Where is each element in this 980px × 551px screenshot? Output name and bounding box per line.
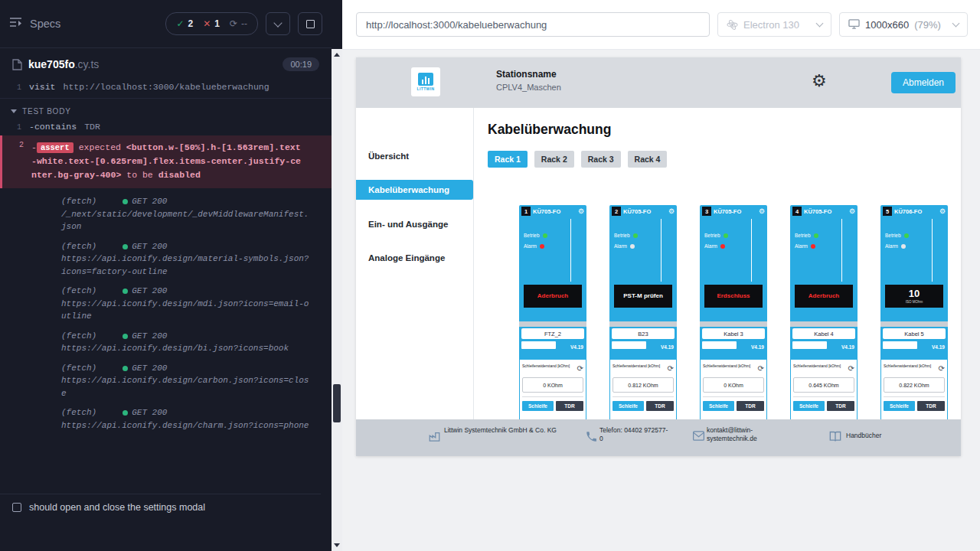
footer-manuals-link[interactable]: Handbücher <box>846 432 881 440</box>
status-display: Aderbruch <box>524 285 582 308</box>
betrieb-row: Betrieb <box>704 233 728 238</box>
schleife-button[interactable]: Schleife <box>703 401 734 411</box>
test-stats: ✓2 ✕1 ⟳-- <box>165 12 258 35</box>
status-dot <box>122 334 128 339</box>
resistance-value: 0.822 KOhm <box>884 377 945 393</box>
specs-list-icon[interactable] <box>9 17 22 31</box>
sidebar-item-analoge-eingaenge[interactable]: Analoge Eingänge <box>356 248 473 268</box>
status-dot <box>122 366 128 371</box>
device-card-4: 4KÜ705-FO⚙ Betrieb Alarm Aderbruch Kabel… <box>790 205 858 435</box>
schleife-button[interactable]: Schleife <box>793 401 825 411</box>
card-gear-icon[interactable]: ⚙ <box>578 208 584 215</box>
assert-badge: assert <box>37 142 74 153</box>
card-gear-icon[interactable]: ⚙ <box>939 208 946 215</box>
stat-pending: ⟳-- <box>230 18 247 29</box>
status-dot <box>122 199 128 204</box>
divider <box>612 396 674 397</box>
footer-company: Littwin Systemtechnik GmbH & Co. KG <box>444 426 580 435</box>
runner-header: Specs ✓2 ✕1 ⟳-- <box>0 0 332 48</box>
tdr-button[interactable]: TDR <box>827 401 854 411</box>
log-fetch[interactable]: (fetch)GET 200 https://api.iconify.desig… <box>0 355 332 400</box>
betrieb-led <box>814 233 818 238</box>
cable-name: Kabel 5 <box>883 328 946 339</box>
device-card-1: 1KÜ705-FO⚙ Betrieb Alarm Aderbruch FTZ_2… <box>519 205 586 435</box>
card-gear-icon[interactable]: ⚙ <box>759 208 765 215</box>
device-card-3: 3KÜ705-FO⚙ Betrieb Alarm Erdschluss Kabe… <box>700 205 767 435</box>
scrollbar-track[interactable] <box>332 49 342 551</box>
tdr-button[interactable]: TDR <box>646 401 674 411</box>
tdr-button[interactable]: TDR <box>556 401 583 411</box>
alarm-led <box>811 244 815 249</box>
scroll-up-arrow[interactable] <box>334 53 340 57</box>
runner-scrollbar[interactable] <box>332 0 342 551</box>
logo-building-icon <box>418 73 433 86</box>
refresh-icon[interactable]: ⟳ <box>577 365 583 373</box>
url-input[interactable]: http://localhost:3000/kabelueberwachung <box>356 12 710 37</box>
footer-phone: Telefon: 04402 972577-0 <box>599 426 670 444</box>
browser-select[interactable]: Electron 130 <box>717 12 831 37</box>
refresh-icon[interactable]: ⟳ <box>758 365 764 373</box>
aut-toolbar: http://localhost:3000/kabelueberwachung … <box>342 0 980 50</box>
schleife-button[interactable]: Schleife <box>884 401 915 411</box>
tab-rack-3[interactable]: Rack 3 <box>581 151 621 168</box>
chevron-down-icon <box>816 20 824 28</box>
viewport-icon <box>848 19 860 30</box>
tab-rack-4[interactable]: Rack 4 <box>628 151 668 168</box>
stop-button[interactable] <box>298 12 322 35</box>
cable-name: B23 <box>612 328 675 339</box>
sidebar-item-kabelueberwachung[interactable]: Kabelüberwachung <box>356 180 473 200</box>
page-title: Kabelüberwachung <box>488 122 611 138</box>
log-fetch[interactable]: (fetch)GET 200 https://api.iconify.desig… <box>0 278 332 323</box>
logout-button[interactable]: Abmelden <box>891 72 956 93</box>
firmware-version: V4.19 <box>751 344 764 350</box>
betrieb-row: Betrieb <box>614 233 638 238</box>
viewport-select[interactable]: 1000x660 (79%) <box>839 12 968 37</box>
spec-ext: .cy.ts <box>75 58 100 70</box>
resistance-value: 0.812 KOhm <box>612 377 674 393</box>
alarm-row: Alarm <box>524 243 544 249</box>
divider <box>522 396 583 397</box>
tdr-button[interactable]: TDR <box>917 401 945 411</box>
status-dot <box>122 244 128 249</box>
log-fetch[interactable]: (fetch)GET 200 /_next/static/development… <box>0 188 332 233</box>
card-title: KÜ706-FO <box>894 208 922 215</box>
test-body-section[interactable]: TEST BODY <box>0 99 332 120</box>
alarm-row: Alarm <box>885 243 906 249</box>
tdr-button[interactable]: TDR <box>737 401 764 411</box>
log-fetch[interactable]: (fetch)GET 200 https://api.iconify.desig… <box>0 399 332 432</box>
command-log: 1 visit http://localhost:3000/kabelueber… <box>0 80 332 495</box>
card-gear-icon[interactable]: ⚙ <box>668 208 675 215</box>
settings-gear-icon[interactable]: ⚙ <box>812 73 827 90</box>
schleife-button[interactable]: Schleife <box>522 401 554 411</box>
specs-label[interactable]: Specs <box>30 18 60 30</box>
scrollbar-thumb[interactable] <box>333 384 341 422</box>
tab-rack-2[interactable]: Rack 2 <box>534 151 574 168</box>
card-gear-icon[interactable]: ⚙ <box>849 208 855 215</box>
refresh-icon: ⟳ <box>230 18 237 29</box>
screen: Specs ✓2 ✕1 ⟳-- kue705fo.cy.ts 00:19 1 v… <box>0 0 980 551</box>
betrieb-led <box>904 233 909 238</box>
schleife-button[interactable]: Schleife <box>612 401 644 411</box>
cable-name: Kabel 3 <box>702 328 765 339</box>
sidebar-item-ein-und-ausgaenge[interactable]: Ein- und Ausgänge <box>356 214 473 234</box>
resistance-value: 0 KOhm <box>522 377 583 393</box>
log-fetch[interactable]: (fetch)GET 200 https://api.iconify.desig… <box>0 233 332 279</box>
resistance-value: 0.645 KOhm <box>793 377 854 393</box>
next-test-row[interactable]: should open and close the settings modal <box>0 494 321 520</box>
collapse-button[interactable] <box>266 12 290 35</box>
refresh-icon[interactable]: ⟳ <box>668 365 674 373</box>
divider-strip <box>519 321 586 327</box>
status-display: PST-M prüfen <box>614 285 672 308</box>
refresh-icon[interactable]: ⟳ <box>939 365 945 373</box>
tab-rack-1[interactable]: Rack 1 <box>488 151 528 168</box>
log-contains[interactable]: 1 -contains TDR <box>0 120 332 133</box>
log-visit[interactable]: 1 visit http://localhost:3000/kabelueber… <box>0 80 332 99</box>
card-number: 2 <box>612 207 621 216</box>
log-fetch[interactable]: (fetch)GET 200 https://api.iconify.desig… <box>0 323 332 355</box>
refresh-icon[interactable]: ⟳ <box>848 365 854 373</box>
card-number: 1 <box>521 207 531 216</box>
spec-name: kue705fo <box>28 58 75 70</box>
scroll-down-arrow[interactable] <box>334 543 340 547</box>
log-assert-failed[interactable]: 2 -assertexpected <button.w-[50%].h-[1.5… <box>0 135 332 188</box>
sidebar-item-uebersicht[interactable]: Übersicht <box>356 146 473 166</box>
